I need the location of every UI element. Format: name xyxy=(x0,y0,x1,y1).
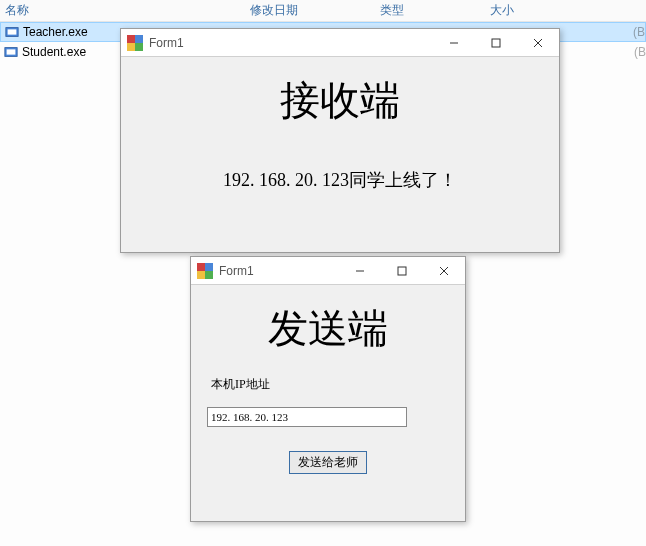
maximize-button[interactable] xyxy=(475,29,517,56)
exe-icon xyxy=(5,25,19,39)
svg-rect-6 xyxy=(127,43,135,51)
ip-input[interactable] xyxy=(207,407,407,427)
window-title: Form1 xyxy=(219,264,339,278)
svg-rect-1 xyxy=(8,29,17,34)
file-name: Teacher.exe xyxy=(23,25,88,39)
svg-rect-7 xyxy=(135,43,143,51)
minimize-button[interactable] xyxy=(433,29,475,56)
col-name[interactable]: 名称 xyxy=(0,2,230,19)
file-size-hint: (B xyxy=(614,45,646,59)
svg-rect-12 xyxy=(197,263,205,271)
explorer-column-header: 名称 修改日期 类型 大小 xyxy=(0,0,646,22)
receiver-window: Form1 接收端 192. 168. 20. 123同学上线了！ xyxy=(120,28,560,253)
close-button[interactable] xyxy=(423,257,465,284)
titlebar[interactable]: Form1 xyxy=(191,257,465,285)
svg-rect-3 xyxy=(7,49,16,54)
close-button[interactable] xyxy=(517,29,559,56)
form-icon xyxy=(197,263,213,279)
svg-rect-17 xyxy=(398,267,406,275)
file-size-hint: (B xyxy=(613,25,645,39)
status-message: 192. 168. 20. 123同学上线了！ xyxy=(131,168,549,192)
titlebar[interactable]: Form1 xyxy=(121,29,559,57)
svg-rect-4 xyxy=(127,35,135,43)
window-title: Form1 xyxy=(149,36,433,50)
form-icon xyxy=(127,35,143,51)
exe-icon xyxy=(4,45,18,59)
receiver-heading: 接收端 xyxy=(131,73,549,128)
sender-heading: 发送端 xyxy=(201,301,455,356)
minimize-button[interactable] xyxy=(339,257,381,284)
svg-rect-5 xyxy=(135,35,143,43)
svg-rect-14 xyxy=(197,271,205,279)
col-size[interactable]: 大小 xyxy=(470,2,550,19)
ip-label: 本机IP地址 xyxy=(211,376,455,393)
send-button[interactable]: 发送给老师 xyxy=(289,451,367,474)
maximize-button[interactable] xyxy=(381,257,423,284)
svg-rect-15 xyxy=(205,271,213,279)
svg-rect-9 xyxy=(492,39,500,47)
file-name: Student.exe xyxy=(22,45,86,59)
col-date[interactable]: 修改日期 xyxy=(230,2,360,19)
svg-rect-13 xyxy=(205,263,213,271)
sender-window: Form1 发送端 本机IP地址 发送给老师 xyxy=(190,256,466,522)
col-type[interactable]: 类型 xyxy=(360,2,470,19)
